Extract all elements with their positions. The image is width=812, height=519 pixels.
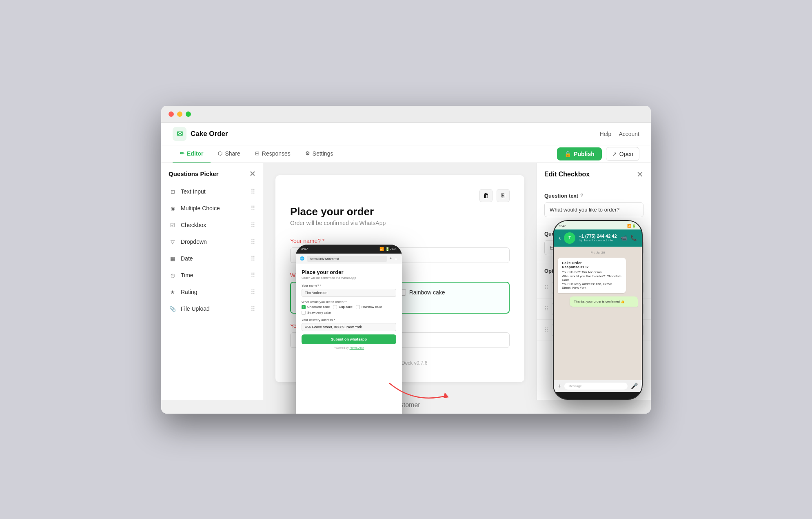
checkbox-rainbow[interactable]: Rainbow cake [399, 289, 445, 296]
sidebar-item-checkbox[interactable]: ☑ Checkbox ⠿ [161, 217, 263, 234]
android-cb-cup[interactable]: Cup cake [333, 305, 353, 309]
android-time: 9:47 [301, 247, 308, 251]
mac-titlebar [161, 106, 651, 123]
android-address-label: Your delivery address * [302, 318, 396, 322]
wa-type-input[interactable]: Message [564, 383, 628, 390]
open-button[interactable]: ↗ Open [606, 147, 639, 161]
bubble-title: Cake OrderResponse #107 [562, 261, 622, 269]
android-phone: 9:47 📶 🔋74% 🌐 formsl.ink/azbtrnmof + ⋮ P… [296, 245, 402, 414]
drag-handle-rating[interactable]: ⠿ [251, 288, 255, 296]
editor-tab-icon: ✏ [180, 150, 184, 156]
tab-settings[interactable]: ⚙ Settings [298, 145, 341, 163]
wa-send-button[interactable]: 🎤 [631, 383, 638, 389]
publish-button[interactable]: 🔒 Publish [557, 147, 602, 160]
android-cb-label-chocolate: Chocolate cake [307, 305, 330, 309]
android-cb-box-chocolate[interactable]: ✓ [302, 305, 306, 309]
whatsapp-input-bar: + Message 🎤 [554, 380, 642, 392]
sidebar-close-button[interactable]: ✕ [249, 169, 255, 178]
file-upload-label: File Upload [181, 305, 210, 312]
share-tab-icon: ⬡ [218, 150, 222, 156]
tab-share[interactable]: ⬡ Share [211, 145, 247, 163]
iphone-statusbar: 9:47 📶 🔋 [554, 224, 642, 229]
sidebar-item-text-input[interactable]: ⊡ Text Input ⠿ [161, 183, 263, 200]
android-cb-rainbow[interactable]: Rainbow cake [356, 305, 382, 309]
bubble-order-line: What would you like to order?: Chocolate… [562, 274, 622, 282]
minimize-button[interactable] [177, 111, 182, 117]
multiple-choice-icon: ◉ [169, 205, 177, 212]
wa-avatar: T [564, 232, 575, 244]
form-subtitle: Order will be confirmed via WhatsApp [290, 220, 510, 226]
option-drag-cup[interactable]: ⠿ [544, 305, 548, 312]
wa-video-icon[interactable]: 📹 [621, 235, 627, 241]
sidebar-item-multiple-choice[interactable]: ◉ Multiple Choice ⠿ [161, 200, 263, 217]
android-form-title: Place your order [302, 269, 396, 275]
help-link[interactable]: Help [600, 131, 612, 137]
option-drag-rainbow[interactable]: ⠿ [544, 327, 548, 333]
android-cb-strawberry[interactable]: Strawberry cake [302, 311, 331, 315]
bubble-address-line: Your Delivery Address: 456, Grove Street… [562, 282, 622, 290]
drag-handle-date[interactable]: ⠿ [251, 255, 255, 263]
question-text-help-icon: ? [580, 193, 583, 198]
sidebar-item-dropdown[interactable]: ▽ Dropdown ⠿ [161, 234, 263, 250]
wa-contact-sub: tap here for contact info [579, 238, 617, 242]
multiple-choice-label: Multiple Choice [181, 205, 220, 212]
sidebar-item-file-upload[interactable]: 📎 File Upload ⠿ [161, 301, 263, 317]
whatsapp-header: ‹ T +1 (775) 244 42 42 tap here for cont… [554, 229, 642, 247]
logo-icon: ✉ [173, 127, 186, 141]
android-address-value: 456 Grove street, #8689, New York [302, 323, 396, 331]
close-button[interactable] [169, 111, 174, 117]
sidebar-item-rating[interactable]: ★ Rating ⠿ [161, 284, 263, 301]
nav-tabs: ✏ Editor ⬡ Share ⊟ Responses ⚙ Settings … [161, 145, 651, 163]
wa-back-button[interactable]: ‹ [559, 234, 561, 242]
question-text-input[interactable] [544, 202, 643, 217]
text-input-icon: ⊡ [169, 189, 177, 195]
panel-header: Edit Checkbox ✕ [537, 163, 651, 186]
chat-date: Fri, Jul 26 [558, 251, 638, 254]
drag-handle-dropdown[interactable]: ⠿ [251, 238, 255, 246]
wa-contact-info: +1 (775) 244 42 42 tap here for contact … [579, 234, 617, 242]
android-cb-box-rainbow[interactable] [356, 305, 360, 309]
mac-window: ✉ Cake Order Help Account ✏ Editor ⬡ Sha… [161, 106, 651, 414]
wa-call-icon[interactable]: 📞 [630, 235, 637, 241]
android-name-value: Tim Anderson [302, 289, 396, 297]
whatsapp-chat: Fri, Jul 26 Cake OrderResponse #107 Your… [554, 247, 642, 380]
android-submit-button[interactable]: Submit on whatsapp [302, 334, 396, 344]
question-text-label: Question text ? [544, 193, 643, 199]
wa-emoji-icon[interactable]: + [558, 383, 561, 389]
name-label: Your name? * [290, 238, 510, 244]
iphone-time: 9:47 [559, 224, 566, 228]
sidebar-item-time[interactable]: ◷ Time ⠿ [161, 267, 263, 284]
drag-handle-file-upload[interactable]: ⠿ [251, 305, 255, 313]
sidebar-item-date[interactable]: ▦ Date ⠿ [161, 250, 263, 267]
account-link[interactable]: Account [619, 131, 639, 137]
sent-bubble: Thanks, your order is confirmed 👍 [570, 296, 638, 307]
duplicate-field-button[interactable]: ⎘ [497, 189, 510, 202]
open-icon: ↗ [612, 151, 617, 157]
delete-field-button[interactable]: 🗑 [479, 189, 493, 202]
tab-responses[interactable]: ⊟ Responses [248, 145, 298, 163]
wa-contact-name[interactable]: +1 (775) 244 42 42 [579, 234, 617, 238]
app-logo: ✉ Cake Order [173, 127, 228, 141]
drag-handle-time[interactable]: ⠿ [251, 272, 255, 279]
option-drag-chocolate[interactable]: ⠿ [544, 284, 548, 291]
form-toolbar: 🗑 ⎘ [290, 189, 510, 202]
browser-menu-icon[interactable]: ⋮ [394, 256, 398, 261]
formsdeck-link[interactable]: FormsDeck [350, 346, 364, 349]
browser-add-icon[interactable]: + [390, 256, 392, 261]
android-cb-box-strawberry[interactable] [302, 311, 306, 315]
android-content: Place your order Order will be confirmed… [296, 264, 402, 414]
android-cb-box-cup[interactable] [333, 305, 337, 309]
drag-handle-text-input[interactable]: ⠿ [251, 188, 255, 196]
drag-handle-checkbox[interactable]: ⠿ [251, 221, 255, 229]
fullscreen-button[interactable] [186, 111, 191, 117]
panel-close-button[interactable]: ✕ [637, 169, 643, 179]
dropdown-label: Dropdown [181, 238, 207, 245]
tab-editor[interactable]: ✏ Editor [173, 145, 211, 163]
nav-left: ✏ Editor ⬡ Share ⊟ Responses ⚙ Settings [173, 145, 340, 163]
browser-url[interactable]: formsl.ink/azbtrnmof [307, 256, 387, 262]
text-input-label: Text Input [181, 188, 206, 195]
android-powered-by: Powered by FormsDeck [302, 346, 396, 349]
drag-handle-multiple-choice[interactable]: ⠿ [251, 205, 255, 212]
android-cb-chocolate[interactable]: ✓ Chocolate cake [302, 305, 330, 309]
iphone-status-icons: 📶 🔋 [627, 224, 636, 228]
